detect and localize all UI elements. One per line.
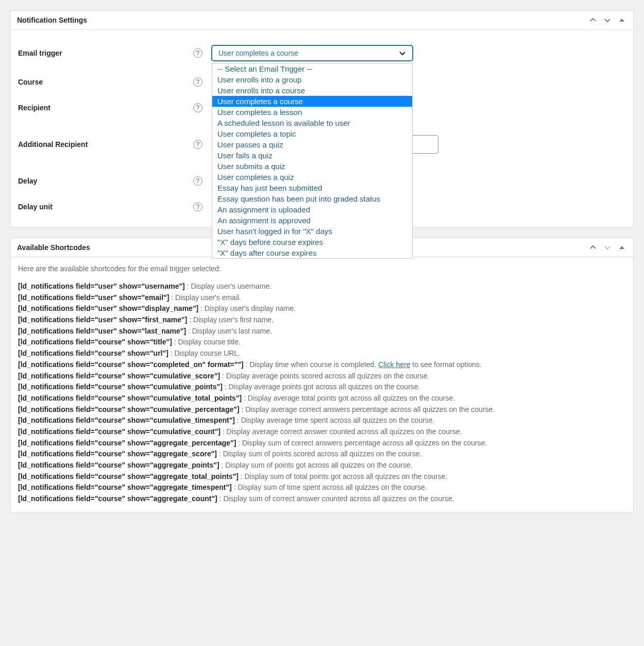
shortcode-line: [ld_notifications field="user" show="ema… (18, 292, 626, 304)
shortcode-desc: : Display sum of total points got across… (239, 472, 447, 481)
dropdown-option[interactable]: Essay question has been put into graded … (212, 193, 412, 204)
dropdown-option[interactable]: User hasn't logged in for "X" days (212, 226, 412, 237)
shortcode-line: [ld_notifications field="course" show="a… (18, 438, 626, 449)
available-shortcodes-panel: Available Shortcodes Here are the availa… (10, 238, 634, 512)
dropdown-option[interactable]: User completes a course (212, 96, 412, 107)
collapse-icon[interactable] (617, 242, 627, 253)
shortcode-desc: : Display course URL. (168, 349, 240, 357)
email-trigger-label: Email trigger (18, 49, 193, 57)
shortcode-desc-after: to see format options. (410, 360, 482, 369)
dropdown-option[interactable]: User completes a quiz (212, 172, 412, 183)
dropdown-option[interactable]: An assignment is approved (212, 215, 412, 226)
dropdown-option[interactable]: User passes a quiz (212, 139, 412, 150)
shortcode-code: [ld_notifications field="user" show="dis… (18, 304, 198, 312)
panel-title: Available Shortcodes (17, 243, 90, 252)
shortcode-line: [ld_notifications field="course" show="c… (18, 371, 626, 382)
collapse-icon[interactable] (617, 15, 627, 25)
shortcode-code: [ld_notifications field="course" show="c… (18, 416, 235, 424)
move-up-icon[interactable] (588, 242, 598, 253)
email-trigger-row: Email trigger ? User completes a course … (18, 37, 626, 69)
shortcode-desc: : Display sum of correct answers percent… (236, 439, 487, 447)
help-icon[interactable]: ? (193, 176, 202, 186)
shortcode-line: [ld_notifications field="course" show="c… (18, 382, 626, 393)
dropdown-option[interactable]: -- Select an Email Trigger -- (212, 63, 412, 74)
help-icon[interactable]: ? (193, 77, 202, 87)
notification-settings-panel: Notification Settings Email trigger ? Us… (10, 10, 634, 227)
shortcode-line: [ld_notifications field="user" show="use… (18, 281, 626, 292)
email-trigger-select[interactable]: User completes a course (212, 45, 413, 61)
shortcode-code: [ld_notifications field="course" show="a… (18, 439, 236, 447)
shortcode-code: [ld_notifications field="user" show="ema… (18, 293, 169, 302)
panel-body: Email trigger ? User completes a course … (11, 30, 633, 227)
select-value: User completes a course (218, 49, 298, 57)
help-icon[interactable]: ? (193, 140, 202, 149)
shortcodes-intro: Here are the available shortcodes for th… (18, 264, 626, 273)
panel-controls (588, 242, 627, 253)
dropdown-option[interactable]: User submits a quiz (212, 161, 412, 172)
shortcode-desc: : Display average correct answers percen… (240, 405, 495, 413)
shortcode-desc: : Display average points scored across a… (220, 372, 429, 380)
dropdown-option[interactable]: User enrolls into a course (212, 85, 412, 96)
dropdown-option[interactable]: User enrolls into a group (212, 74, 412, 85)
dropdown-option[interactable]: Essay has just been submitted (212, 183, 412, 193)
email-trigger-select-wrapper: User completes a course -- Select an Ema… (212, 45, 413, 61)
shortcode-desc: : Display user's display name. (198, 304, 296, 312)
shortcode-desc: : Display average correct answer counted… (221, 427, 462, 436)
shortcode-desc: : Display sum of points got across all q… (219, 461, 413, 469)
shortcode-code: [ld_notifications field="course" show="a… (18, 483, 232, 491)
panel-body: Here are the available shortcodes for th… (11, 257, 633, 512)
dropdown-option[interactable]: An assignment is uploaded (212, 204, 412, 215)
dropdown-option[interactable]: User completes a lesson (212, 107, 412, 118)
format-options-link[interactable]: Click here (378, 360, 410, 369)
delay-unit-label: Delay unit (18, 203, 193, 211)
move-up-icon[interactable] (588, 15, 598, 25)
shortcode-code: [ld_notifications field="course" show="c… (18, 383, 223, 391)
shortcode-desc: : Display average time spent across all … (235, 416, 435, 424)
help-icon[interactable]: ? (193, 48, 202, 58)
recipient-label: Recipient (18, 104, 193, 112)
shortcode-desc: : Display course title. (172, 338, 241, 346)
shortcode-list: [ld_notifications field="user" show="use… (18, 281, 626, 505)
dropdown-option[interactable]: A scheduled lesson is available to user (212, 118, 412, 128)
shortcode-line: [ld_notifications field="course" show="u… (18, 348, 626, 359)
shortcode-line: [ld_notifications field="course" show="t… (18, 337, 626, 348)
shortcode-code: [ld_notifications field="course" show="a… (18, 472, 239, 481)
shortcode-code: [ld_notifications field="course" show="t… (18, 338, 172, 346)
shortcode-line: [ld_notifications field="course" show="c… (18, 415, 626, 426)
course-label: Course (18, 78, 193, 86)
shortcode-code: [ld_notifications field="course" show="c… (18, 405, 240, 413)
shortcode-code: [ld_notifications field="user" show="las… (18, 327, 186, 335)
shortcode-desc: : Display user's last name. (186, 327, 272, 335)
move-down-icon[interactable] (602, 15, 613, 25)
shortcode-line: [ld_notifications field="course" show="c… (18, 359, 626, 371)
shortcode-desc: : Display user's email. (169, 293, 241, 302)
shortcode-code: [ld_notifications field="course" show="c… (18, 427, 221, 436)
shortcode-line: [ld_notifications field="course" show="a… (18, 482, 626, 493)
shortcode-line: [ld_notifications field="course" show="a… (18, 471, 626, 483)
shortcode-line: [ld_notifications field="course" show="c… (18, 393, 626, 404)
shortcode-desc: : Display time when course is completed. (244, 360, 378, 369)
panel-header: Notification Settings (11, 11, 633, 30)
shortcode-code: [ld_notifications field="course" show="a… (18, 461, 219, 469)
additional-recipient-label: Additional Recipient (18, 140, 193, 148)
dropdown-option[interactable]: "X" days before course expires (212, 237, 412, 247)
shortcode-line: [ld_notifications field="user" show="dis… (18, 303, 626, 314)
shortcode-desc: : Display user's first name. (187, 316, 274, 324)
dropdown-option[interactable]: "X" days after course expires (212, 247, 412, 258)
shortcode-code: [ld_notifications field="course" show="a… (18, 450, 217, 458)
help-icon[interactable]: ? (193, 202, 202, 211)
shortcode-line: [ld_notifications field="course" show="a… (18, 449, 626, 460)
move-down-icon[interactable] (602, 242, 613, 253)
shortcode-line: [ld_notifications field="course" show="a… (18, 493, 626, 505)
shortcode-code: [ld_notifications field="user" show="use… (18, 282, 185, 290)
help-icon[interactable]: ? (193, 103, 202, 112)
shortcode-code: [ld_notifications field="course" show="c… (18, 372, 220, 380)
email-trigger-dropdown: -- Select an Email Trigger --User enroll… (212, 63, 413, 259)
shortcode-desc: : Display average total points got acros… (242, 394, 455, 402)
shortcode-line: [ld_notifications field="user" show="las… (18, 326, 626, 337)
shortcode-desc: : Display average points got across all … (223, 383, 420, 391)
shortcode-desc: : Display sum of correct answer counted … (217, 494, 454, 503)
dropdown-option[interactable]: User completes a topic (212, 128, 412, 139)
dropdown-option[interactable]: User fails a quiz (212, 150, 412, 161)
shortcode-code: [ld_notifications field="course" show="c… (18, 394, 242, 402)
